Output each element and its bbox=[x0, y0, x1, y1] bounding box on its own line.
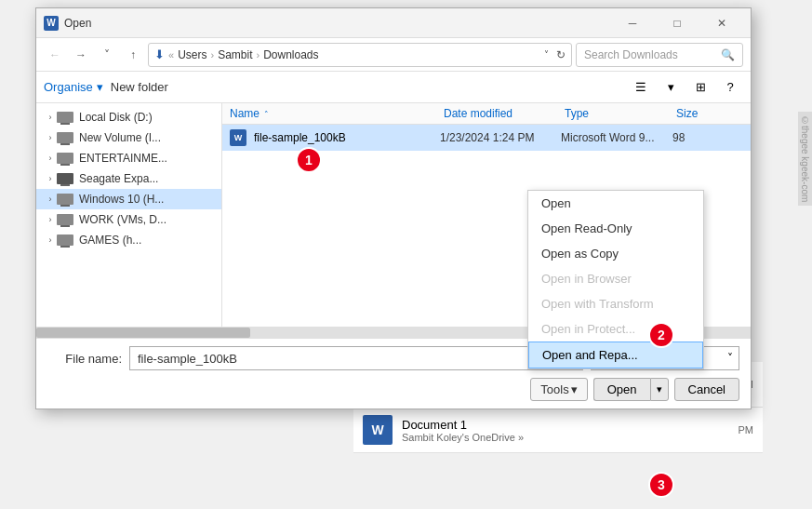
open-button[interactable]: Open bbox=[593, 378, 650, 401]
sidebar-chevron-4: › bbox=[44, 174, 57, 183]
filename-label: File name: bbox=[47, 352, 122, 366]
address-bar[interactable]: ⬇ « Users › Sambit › Downloads ˅ ↻ bbox=[148, 43, 572, 67]
filetype-arrow-icon: ˅ bbox=[727, 352, 733, 365]
grid-view-button[interactable]: ⊞ bbox=[687, 76, 713, 99]
action-row: Tools ▾ Open ▾ Cancel bbox=[47, 378, 739, 401]
sidebar: › Local Disk (D:) › New Volume (I... › E… bbox=[36, 103, 222, 327]
dialog-title: Open bbox=[64, 17, 611, 30]
sidebar-chevron-1: › bbox=[44, 113, 57, 122]
menu-item-open-readonly[interactable]: Open Read-Only bbox=[528, 216, 703, 241]
filename-input[interactable] bbox=[129, 346, 583, 370]
bg-doc-time-2: PM bbox=[739, 424, 754, 435]
file-icon-0: W bbox=[230, 129, 246, 146]
help-button[interactable]: ? bbox=[717, 76, 743, 99]
search-placeholder: Search Downloads bbox=[584, 48, 715, 61]
drive-icon-5 bbox=[57, 194, 73, 205]
annotation-3: 3 bbox=[648, 472, 674, 498]
file-size-0: 98 bbox=[672, 131, 685, 144]
open-dropdown-button[interactable]: ▾ bbox=[650, 378, 669, 401]
view-buttons: ☰ ▾ ⊞ ? bbox=[628, 76, 743, 99]
column-size[interactable]: Size bbox=[676, 107, 698, 120]
scroll-thumb[interactable] bbox=[36, 328, 250, 338]
sidebar-label-6: WORK (VMs, D... bbox=[79, 213, 166, 226]
titlebar-controls: ─ □ ✕ bbox=[611, 8, 743, 38]
drive-icon-4 bbox=[57, 173, 73, 184]
file-row-0[interactable]: W file-sample_100kB 1/23/2024 1:24 PM Mi… bbox=[222, 125, 751, 151]
bg-doc-icon-2: W bbox=[363, 415, 393, 445]
column-name[interactable]: Name ˄ bbox=[230, 107, 444, 120]
breadcrumb-sambit[interactable]: Sambit bbox=[218, 48, 252, 61]
sidebar-item-local-disk[interactable]: › Local Disk (D:) bbox=[36, 107, 221, 127]
menu-item-open-repair[interactable]: Open and Repa... bbox=[528, 342, 703, 368]
sidebar-item-seagate[interactable]: › Seagate Expa... bbox=[36, 168, 221, 189]
menu-item-open-copy[interactable]: Open as Copy bbox=[528, 241, 703, 266]
sidebar-item-work[interactable]: › WORK (VMs, D... bbox=[36, 209, 221, 230]
drive-icon-7 bbox=[57, 234, 73, 246]
tools-label: Tools bbox=[540, 382, 568, 396]
watermark: ©thegee kgeek-com bbox=[798, 112, 812, 206]
toolbar: Organise ▾ New folder ☰ ▾ ⊞ ? bbox=[36, 72, 751, 103]
search-box[interactable]: Search Downloads 🔍 bbox=[576, 43, 743, 67]
maximize-button[interactable]: □ bbox=[656, 8, 699, 38]
bg-doc-item-2: W Document 1 Sambit Koley's OneDrive » P… bbox=[353, 408, 763, 453]
open-dialog: W Open ─ □ ✕ ← → ˅ ↑ ⬇ « Users › Sambit … bbox=[35, 7, 752, 409]
forward-button[interactable]: → bbox=[70, 44, 92, 66]
minimize-button[interactable]: ─ bbox=[611, 8, 654, 38]
sort-arrow: ˄ bbox=[264, 110, 269, 119]
tools-button[interactable]: Tools ▾ bbox=[530, 378, 587, 401]
view-dropdown-button[interactable]: ▾ bbox=[658, 76, 684, 99]
sidebar-label-3: ENTERTAINME... bbox=[79, 152, 167, 165]
sidebar-chevron-7: › bbox=[44, 235, 57, 245]
back-button[interactable]: ← bbox=[44, 44, 66, 66]
drive-icon-6 bbox=[57, 214, 73, 225]
sidebar-item-windows[interactable]: › Windows 10 (H... bbox=[36, 189, 221, 209]
up-button[interactable]: ↑ bbox=[122, 44, 144, 66]
sidebar-label-4: Seagate Expa... bbox=[79, 172, 158, 185]
open-button-group: Open ▾ bbox=[593, 378, 669, 401]
breadcrumb-sep-3: › bbox=[257, 49, 260, 60]
open-dropdown-menu: Open Open Read-Only Open as Copy Open in… bbox=[527, 190, 704, 369]
menu-item-open[interactable]: Open bbox=[528, 191, 703, 216]
titlebar: W Open ─ □ ✕ bbox=[36, 8, 751, 38]
navbar: ← → ˅ ↑ ⬇ « Users › Sambit › Downloads ˅… bbox=[36, 38, 751, 72]
drive-icon-3 bbox=[57, 153, 73, 164]
breadcrumb-sep-2: › bbox=[210, 49, 214, 60]
sidebar-label-5: Windows 10 (H... bbox=[79, 193, 164, 206]
address-dropdown-arrow[interactable]: ˅ bbox=[544, 49, 549, 60]
close-button[interactable]: ✕ bbox=[700, 8, 743, 38]
organise-button[interactable]: Organise ▾ bbox=[44, 80, 103, 94]
app-icon: W bbox=[44, 16, 59, 31]
organise-label: Organise bbox=[44, 80, 93, 94]
breadcrumb-downloads[interactable]: Downloads bbox=[263, 48, 318, 61]
sidebar-item-entertainment[interactable]: › ENTERTAINME... bbox=[36, 148, 221, 168]
bg-doc-title-2: Document 1 bbox=[402, 418, 739, 432]
file-date-0: 1/23/2024 1:24 PM bbox=[440, 131, 561, 144]
bg-doc-info-2: Document 1 Sambit Koley's OneDrive » bbox=[402, 418, 739, 443]
new-folder-button[interactable]: New folder bbox=[111, 80, 168, 94]
organise-arrow-icon: ▾ bbox=[97, 80, 103, 94]
breadcrumb-users[interactable]: Users bbox=[178, 48, 206, 61]
cancel-button[interactable]: Cancel bbox=[674, 378, 739, 401]
sidebar-label-2: New Volume (I... bbox=[79, 131, 161, 144]
sidebar-item-new-volume[interactable]: › New Volume (I... bbox=[36, 127, 221, 148]
column-date[interactable]: Date modified bbox=[444, 107, 565, 120]
sidebar-item-games[interactable]: › GAMES (h... bbox=[36, 230, 221, 250]
column-type[interactable]: Type bbox=[565, 107, 676, 120]
bg-doc-sub-2: Sambit Koley's OneDrive » bbox=[402, 432, 739, 443]
list-view-button[interactable]: ☰ bbox=[628, 76, 654, 99]
menu-item-open-browser: Open in Browser bbox=[528, 266, 703, 291]
search-icon: 🔍 bbox=[721, 48, 735, 61]
sidebar-label-7: GAMES (h... bbox=[79, 234, 141, 247]
dropdown-nav-button[interactable]: ˅ bbox=[96, 44, 118, 66]
sidebar-chevron-5: › bbox=[44, 194, 57, 204]
annotation-1: 1 bbox=[296, 147, 322, 173]
drive-icon-1 bbox=[57, 112, 73, 123]
sidebar-chevron-2: › bbox=[44, 133, 57, 142]
tools-arrow-icon: ▾ bbox=[571, 382, 578, 396]
address-refresh-button[interactable]: ↻ bbox=[556, 48, 566, 61]
sidebar-label-1: Local Disk (D:) bbox=[79, 111, 153, 124]
address-download-icon: ⬇ bbox=[154, 47, 165, 61]
sidebar-chevron-3: › bbox=[44, 154, 57, 163]
breadcrumb-sep-1: « bbox=[168, 49, 174, 60]
menu-item-open-protect: Open in Protect... bbox=[528, 316, 703, 342]
